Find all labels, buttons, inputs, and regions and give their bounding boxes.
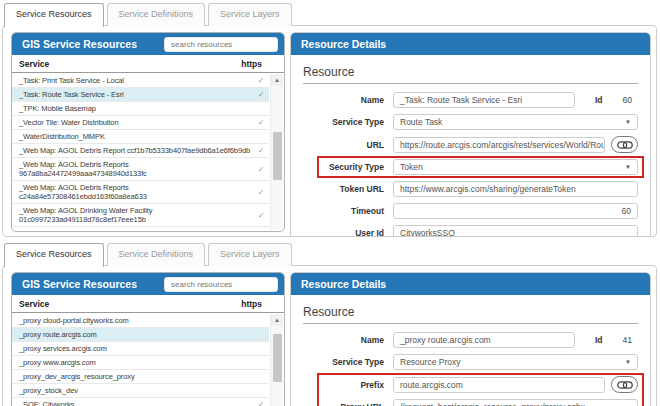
scroll-up-icon[interactable]: ▲ [271,74,283,86]
gis-service-resources-panel: GIS Service Resources Service https _pro… [11,272,285,406]
list-item[interactable]: _Web Map: AGOL Debris Reports c24a84e573… [12,181,269,204]
name-field[interactable]: _proxy route.arcgis.com [393,332,575,348]
https-check: ✓ [253,400,269,406]
list-item[interactable]: _Task: Route Task Service - Esri ✓ [12,88,269,102]
name-label: Name [303,95,393,105]
resource-details-title: Resource Details [301,278,386,290]
url-field[interactable]: https://route.arcgis.com/arcgis/rest/ser… [393,137,605,153]
list-item[interactable]: _proxy www.arcgis.com [12,356,269,370]
section-proxy-resource: Service ResourcesService DefinitionsServ… [0,240,660,406]
list-item[interactable]: _Task: Print Task Service - Local ✓ [12,74,269,88]
tab-service-resources[interactable]: Service Layers [208,3,292,26]
list-item[interactable]: _Web Map: AGOL Debris Report ccf1b7b5333… [12,144,269,158]
search-input[interactable] [164,37,278,52]
id-label: Id [595,95,603,105]
proxy-fields-highlighted: Prefix route.arcgis.com Proxy URL //requ… [303,376,638,406]
service-name: _proxy cloud-portal.cityworks.com [19,316,253,325]
tab-content-frame: GIS Service Resources Service https _Tas… [2,25,657,237]
list-scrollbar[interactable]: ▲ [270,314,283,406]
list-scrollbar[interactable]: ▲ [270,74,283,230]
timeout-field[interactable]: 60 [393,203,638,219]
name-field[interactable]: _Task: Route Task Service - Esri [393,92,575,108]
service-name: _Web Map: AGOL Debris Reports c24a84e573… [19,183,253,201]
tab-service-resources[interactable]: Service Layers [208,243,292,266]
service-list: _proxy cloud-portal.cityworks.com _proxy… [12,314,269,406]
id-value: 60 [623,95,632,105]
tab-content-frame: GIS Service Resources Service https _pro… [2,265,657,406]
list-item[interactable]: _proxy cloud-portal.cityworks.com [12,314,269,328]
token-url-row: Token URL https://www.arcgis.com/sharing… [303,181,638,197]
timeout-label: Timeout [303,206,393,216]
url-label: URL [303,140,393,150]
list-item[interactable]: _proxy route.arcgis.com [12,328,269,342]
token-url-label: Token URL [303,184,393,194]
column-https: https [241,59,262,69]
chevron-down-icon: ▼ [625,119,631,125]
list-item[interactable]: _proxy_dev_arcgis_resource_proxy [12,370,269,384]
service-name: _Web Map: AGOL Drinking Water Facility 0… [19,206,253,224]
https-check: ✓ [253,76,269,85]
service-name: _proxy_dev_arcgis_resource_proxy [19,372,253,381]
list-item[interactable]: _Vector Tile: Water Distribution ✓ [12,116,269,130]
url-row: URL https://route.arcgis.com/arcgis/rest… [303,136,638,153]
token-url-field[interactable]: https://www.arcgis.com/sharing/generateT… [393,181,638,197]
list-item[interactable]: _TPK: Mobile Basemap [12,102,269,116]
proxy-url-field[interactable]: //request_host/arcgis_resource_proxy/pro… [393,399,638,406]
resource-details-body: Resource Name _proxy route.arcgis.com Id… [291,295,650,406]
list-column-headers: Service https [12,295,284,313]
resource-details-panel: Resource Details Resource Name _Task: Ro… [290,32,651,237]
tab-service-resources[interactable]: Service Definitions [107,3,206,26]
prefix-field[interactable]: route.arcgis.com [393,377,605,393]
gis-panel-header: GIS Service Resources [12,33,284,55]
service-type-select[interactable]: Route Task ▼ [393,114,638,130]
open-link-button[interactable] [611,376,638,393]
list-item[interactable]: _SOE: Cityworks ✓ [12,398,269,406]
user-id-field[interactable]: CityworksSSO [393,225,638,237]
service-list: _Task: Print Task Service - Local ✓ _Tas… [12,74,269,231]
service-type-select[interactable]: Resource Proxy ▼ [393,354,638,370]
list-item[interactable]: _Web Map: AGOL Debris Reports 967a8ba244… [12,158,269,181]
tab-bar: Service ResourcesService DefinitionsServ… [4,243,292,266]
chain-link-icon [617,140,633,150]
chevron-down-icon: ▼ [625,164,631,170]
gis-panel-title: GIS Service Resources [22,38,137,50]
open-link-button[interactable] [611,136,638,153]
https-check: ✓ [253,188,269,197]
service-name: _Web Map: AGOL Electric Utility 3dc419b5… [19,229,253,231]
https-check: ✓ [253,146,269,155]
tab-service-resources[interactable]: Service Definitions [107,243,206,266]
column-service: Service [19,299,49,309]
service-name: _TPK: Mobile Basemap [19,104,253,113]
column-https: https [241,299,262,309]
timeout-row: Timeout 60 [303,203,638,219]
service-name: _SOE: Cityworks [19,400,253,406]
https-check: ✓ [253,211,269,220]
list-item[interactable]: _WaterDistribution_MMPK [12,130,269,144]
scroll-up-icon[interactable]: ▲ [271,314,283,326]
section-route-task-service: Service ResourcesService DefinitionsServ… [0,0,660,240]
gis-panel-header: GIS Service Resources [12,273,284,295]
list-item[interactable]: _Web Map: AGOL Drinking Water Facility 0… [12,204,269,227]
list-item[interactable]: _proxy services.arcgis.com [12,342,269,356]
prefix-row: Prefix route.arcgis.com [303,376,638,393]
search-input[interactable] [164,277,278,292]
list-item[interactable]: _proxy_stock_dev [12,384,269,398]
chevron-down-icon: ▼ [625,359,631,365]
service-name: _Vector Tile: Water Distribution [19,118,253,127]
service-type-row: Service Type Resource Proxy ▼ [303,354,638,370]
security-type-row-highlighted: Security Type Token ▼ [303,159,638,175]
service-name: _Task: Print Task Service - Local [19,76,253,85]
scrollbar-thumb[interactable] [273,334,282,382]
gis-service-resources-panel: GIS Service Resources Service https _Tas… [11,32,285,232]
proxy-url-label: Proxy URL [303,402,393,406]
tab-service-resources[interactable]: Service Resources [4,3,104,27]
scrollbar-thumb[interactable] [273,132,282,180]
service-type-value: Route Task [400,117,442,127]
resource-section-heading: Resource [303,301,638,324]
list-item[interactable]: _Web Map: AGOL Electric Utility 3dc419b5… [12,227,269,231]
service-name: _proxy services.arcgis.com [19,344,253,353]
service-name: _proxy www.arcgis.com [19,358,253,367]
tab-service-resources[interactable]: Service Resources [4,243,104,267]
security-type-select[interactable]: Token ▼ [393,159,638,175]
gis-panel-title: GIS Service Resources [22,278,137,290]
